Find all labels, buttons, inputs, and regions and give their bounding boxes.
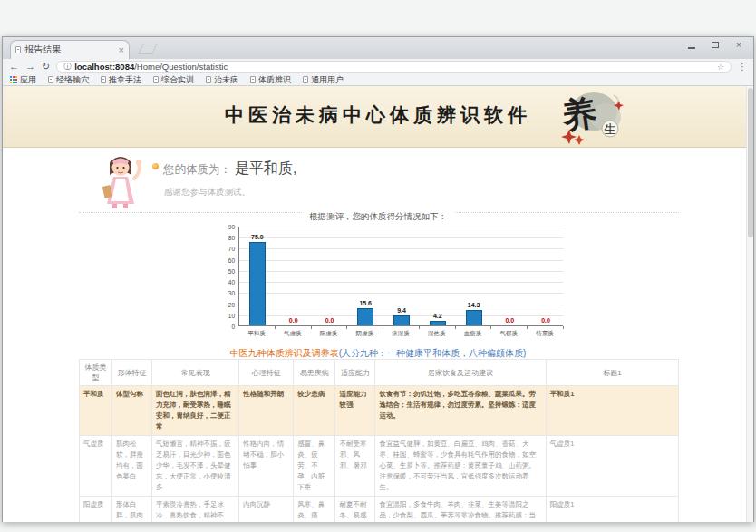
gridline <box>239 305 563 305</box>
maximize-icon <box>712 42 719 48</box>
cell-signs: 面色红润，肤色润泽，精力充沛，耐受寒热，睡眠安和，胃纳良好，二便正常 <box>152 386 239 436</box>
browser-window: 报告结果 × × ← → ↻ ⓘ localhost:8084/Home/Que… <box>2 36 754 522</box>
y-axis-tick-label: 0 <box>217 324 235 330</box>
bar-value-label: 0.0 <box>276 317 312 324</box>
bookmark-star-icon[interactable]: ☆ <box>717 63 724 72</box>
bookmark-item[interactable]: 综合实训 <box>153 74 194 86</box>
cell-advice: 食宜益气健脾，如黄豆、白扁豆、鸡肉、香菇、大枣、桂圆、蜂蜜等，少食具有耗气作用的… <box>375 436 546 497</box>
y-axis-tick-label: 10 <box>217 313 235 319</box>
cell-psych: 性格内向，情绪不稳，胆小怕事 <box>239 436 294 497</box>
url-text: localhost:8084/Home/Question/statistic <box>74 62 228 72</box>
cell-psych: 内向沉静 <box>239 497 294 523</box>
x-axis-category-label: 痰湿质 <box>383 330 419 338</box>
bookmark-item[interactable]: 经络腧穴 <box>48 74 89 86</box>
minimize-button[interactable] <box>681 39 703 51</box>
url-path: /Home/Question/statistic <box>134 62 228 72</box>
cell-adapt: 不耐受寒邪、风邪、暑邪 <box>335 436 375 497</box>
page-scrollbar[interactable] <box>746 86 753 522</box>
x-axis-tick <box>311 326 312 329</box>
bar-血瘀质 <box>466 310 482 326</box>
bar-value-label: 9.4 <box>383 307 420 314</box>
apps-grid-icon <box>10 76 17 83</box>
bookmark-item[interactable]: 通用用户 <box>303 74 344 86</box>
cell-body: 肌肉松软，胖瘦均有，面色萎白 <box>112 436 152 497</box>
browser-menu-icon[interactable]: ⋮ <box>738 62 747 72</box>
bookmark-page-icon <box>206 76 211 83</box>
scrollbar-thumb[interactable] <box>748 88 753 237</box>
table-header-row: 体质类型形体特征常见表现心理特征易患疾病适应能力居家饮食及运动建议标题1 <box>80 360 679 386</box>
emblem-char-sheng: 生 <box>605 122 616 136</box>
table-title-main: 中医九种体质辨识及调养表 <box>230 348 339 358</box>
page-info-icon[interactable]: ⓘ <box>63 62 71 72</box>
bookmark-item[interactable]: 治未病 <box>206 74 238 86</box>
bookmark-page-icon <box>303 76 308 83</box>
new-tab-button[interactable] <box>138 44 157 54</box>
cell-signs: 平素畏冷喜热，手足冰冷，喜热饮食，精神不振，睡眠偏多，口唇色淡，毛发易落，易出汗… <box>152 497 239 523</box>
constitution-table: 体质类型形体特征常见表现心理特征易患疾病适应能力居家饮食及运动建议标题1平和质体… <box>79 359 679 522</box>
cell-signs: 气短懒言，精神不振，疲乏易汗，目光少神，面色少华，毛发不泽，头晕健忘，大便正常，… <box>152 436 239 497</box>
close-icon: × <box>736 41 741 50</box>
y-axis-tick-label: 80 <box>217 235 235 241</box>
thanks-text: 感谢您参与体质测试。 <box>164 187 250 198</box>
tab-report-result[interactable]: 报告结果 × <box>10 40 130 59</box>
gridline <box>239 237 563 238</box>
bookmark-label: 体质辨识 <box>258 74 291 86</box>
site-title: 中医治未病中心体质辨识软件 <box>225 102 531 128</box>
bar-value-label: 0.0 <box>491 317 528 324</box>
gridline <box>239 282 563 283</box>
x-axis-category-label: 阴虚质 <box>346 330 383 338</box>
y-axis-tick-label: 30 <box>217 290 235 296</box>
refresh-icon[interactable]: ↻ <box>42 62 50 72</box>
bookmark-label: 综合实训 <box>161 74 194 86</box>
y-axis-tick-label: 20 <box>217 302 235 308</box>
tab-close-icon[interactable]: × <box>119 45 124 54</box>
x-axis-category-label: 气郁质 <box>490 330 527 338</box>
site-header-banner: 中医治未病中心体质辨识软件 养 生 <box>3 86 753 148</box>
column-header: 形体特征 <box>112 360 152 386</box>
bar-value-label: 14.3 <box>456 302 492 308</box>
apps-label: 应用 <box>20 74 36 86</box>
bookmark-item[interactable]: 推拿手法 <box>101 74 141 86</box>
cell-disease: 风寒、鼻炎、痛经、阳痿、风湿关节炎、宫寒不孕 <box>294 497 335 523</box>
result-label: 您的体质为： <box>163 163 231 176</box>
address-toolbar: ← → ↻ ⓘ localhost:8084/Home/Question/sta… <box>3 59 753 74</box>
yangsheng-ink-emblem: 养 生 <box>554 88 625 146</box>
gridline <box>239 248 563 249</box>
cell-advice: 饮食有节：勿饥过饱，多吃五谷杂粮、蔬菜瓜果。劳逸结合：生活有规律，勿过度劳累。坚… <box>375 386 546 436</box>
x-axis-category-label: 湿热质 <box>419 330 455 338</box>
bookmark-page-icon <box>101 76 106 83</box>
minimize-icon <box>688 47 695 49</box>
apps-shortcut[interactable]: 应用 <box>10 74 36 86</box>
cell-disease: 较少患病 <box>294 386 335 436</box>
cell-disease: 感冒、鼻炎、疲劳、不孕、内脏下垂 <box>294 436 335 497</box>
close-button[interactable]: × <box>728 39 750 51</box>
bookmark-label: 经络腧穴 <box>56 74 89 86</box>
emblem-char-yang: 养 <box>558 93 598 136</box>
column-header: 体质类型 <box>80 360 112 386</box>
bookmark-page-icon <box>153 76 159 83</box>
cell-type: 气虚质 <box>80 436 112 497</box>
bookmark-item[interactable]: 体质辨识 <box>250 74 291 86</box>
bar-value-label: 0.0 <box>528 317 564 324</box>
window-controls: × <box>681 39 750 51</box>
bar-value-label: 15.6 <box>347 300 383 306</box>
url-bar[interactable]: ⓘ localhost:8084/Home/Question/statistic… <box>56 61 732 73</box>
column-header: 易患疾病 <box>294 360 335 386</box>
bar-value-label: 0.0 <box>312 317 348 324</box>
score-bar-chart: 75.00.00.015.69.44.214.30.00.0 010203040… <box>217 222 574 340</box>
nurse-illustration <box>94 153 147 209</box>
tab-title: 报告结果 <box>24 44 115 56</box>
gridline <box>239 293 563 294</box>
cell-type: 平和质 <box>80 386 112 436</box>
x-axis-tick <box>527 326 528 329</box>
gridline <box>239 271 563 272</box>
back-icon[interactable]: ← <box>9 62 19 72</box>
bookmark-label: 推拿手法 <box>109 74 141 86</box>
x-axis-category-label: 阳虚质 <box>311 330 347 338</box>
y-axis-tick-label: 50 <box>217 268 235 275</box>
maximize-button[interactable] <box>704 39 726 51</box>
table-row-平和质: 平和质体型匀称面色红润，肤色润泽，精力充沛，耐受寒热，睡眠安和，胃纳良好，二便正… <box>80 386 679 436</box>
bookmark-label: 治未病 <box>214 74 238 86</box>
forward-icon[interactable]: → <box>25 62 35 72</box>
column-header: 适应能力 <box>335 360 375 386</box>
